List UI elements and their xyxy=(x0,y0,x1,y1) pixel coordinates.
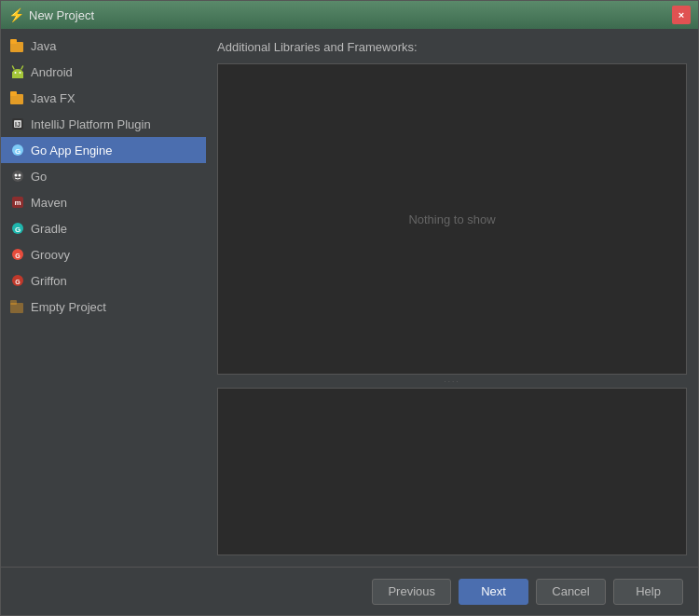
app-icon: ⚡ xyxy=(8,7,23,22)
resize-handle[interactable]: ···· xyxy=(217,378,687,384)
sidebar-item-go-app-engine[interactable]: G Go App Engine xyxy=(1,137,206,163)
svg-text:G: G xyxy=(15,253,21,259)
svg-rect-9 xyxy=(10,91,17,96)
svg-text:G: G xyxy=(15,279,21,285)
folder-javafx-icon xyxy=(10,90,25,105)
svg-point-5 xyxy=(20,72,21,74)
sidebar-item-empty-project-label: Empty Project xyxy=(31,300,106,314)
svg-point-4 xyxy=(15,72,17,74)
svg-text:m: m xyxy=(14,198,21,207)
svg-line-6 xyxy=(13,66,15,69)
footer: Previous Next Cancel Help xyxy=(1,567,698,615)
sidebar-item-java[interactable]: Java xyxy=(1,33,206,59)
groovy-icon: G xyxy=(10,247,25,262)
sidebar-item-java-label: Java xyxy=(31,39,56,53)
previous-button[interactable]: Previous xyxy=(372,579,451,605)
bottom-panel xyxy=(217,388,687,555)
svg-rect-3 xyxy=(12,72,23,78)
main-panel: Additional Libraries and Frameworks: Not… xyxy=(206,29,698,567)
intellij-icon: IJ xyxy=(10,116,25,131)
nothing-to-show: Nothing to show xyxy=(408,212,495,226)
sidebar-item-go-app-engine-label: Go App Engine xyxy=(31,144,112,157)
folder-java-icon xyxy=(10,38,25,53)
griffon-icon: G xyxy=(10,273,25,288)
content-area: Java Android xyxy=(1,29,698,567)
sidebar-item-groovy-label: Groovy xyxy=(31,248,70,262)
new-project-window: ⚡ New Project × Java xyxy=(0,0,699,616)
close-button[interactable]: × xyxy=(672,6,691,24)
svg-point-17 xyxy=(19,174,21,177)
next-button[interactable]: Next xyxy=(459,579,528,605)
sidebar-item-go-label: Go xyxy=(31,170,47,184)
window-title: New Project xyxy=(29,8,94,22)
android-icon xyxy=(10,64,25,79)
sidebar-item-gradle-label: Gradle xyxy=(31,222,67,236)
title-bar-left: ⚡ New Project xyxy=(8,7,94,22)
svg-point-16 xyxy=(15,174,18,177)
svg-text:G: G xyxy=(15,226,21,234)
sidebar-item-intellij-plugin[interactable]: IJ IntelliJ Platform Plugin xyxy=(1,111,206,137)
sidebar-item-javafx-label: Java FX xyxy=(31,91,75,105)
help-button[interactable]: Help xyxy=(613,579,683,605)
sidebar-item-groovy[interactable]: G Groovy xyxy=(1,241,206,267)
title-bar: ⚡ New Project × xyxy=(1,1,698,29)
gradle-icon: G xyxy=(10,221,25,236)
svg-text:IJ: IJ xyxy=(15,121,21,128)
svg-rect-1 xyxy=(10,39,17,44)
sidebar-item-empty-project[interactable]: Empty Project xyxy=(1,294,206,320)
frameworks-panel: Nothing to show xyxy=(217,63,687,375)
sidebar: Java Android xyxy=(1,29,206,567)
svg-line-7 xyxy=(21,66,23,69)
sidebar-item-android[interactable]: Android xyxy=(1,59,206,85)
cancel-button[interactable]: Cancel xyxy=(536,579,606,605)
sidebar-item-gradle[interactable]: G Gradle xyxy=(1,215,206,241)
svg-rect-27 xyxy=(10,300,17,305)
sidebar-item-griffon-label: Griffon xyxy=(31,274,67,288)
go-app-engine-icon: G xyxy=(10,143,25,157)
section-title: Additional Libraries and Frameworks: xyxy=(217,40,687,54)
empty-project-icon xyxy=(10,299,25,314)
go-icon xyxy=(10,169,25,184)
svg-text:G: G xyxy=(15,147,21,156)
maven-icon: m xyxy=(10,195,25,210)
sidebar-item-maven-label: Maven xyxy=(31,196,67,210)
sidebar-item-griffon[interactable]: G Griffon xyxy=(1,267,206,294)
svg-point-15 xyxy=(12,171,23,182)
sidebar-item-android-label: Android xyxy=(31,65,73,79)
sidebar-item-javafx[interactable]: Java FX xyxy=(1,85,206,111)
sidebar-item-maven[interactable]: m Maven xyxy=(1,189,206,215)
sidebar-item-intellij-label: IntelliJ Platform Plugin xyxy=(31,117,151,131)
sidebar-item-go[interactable]: Go xyxy=(1,163,206,189)
